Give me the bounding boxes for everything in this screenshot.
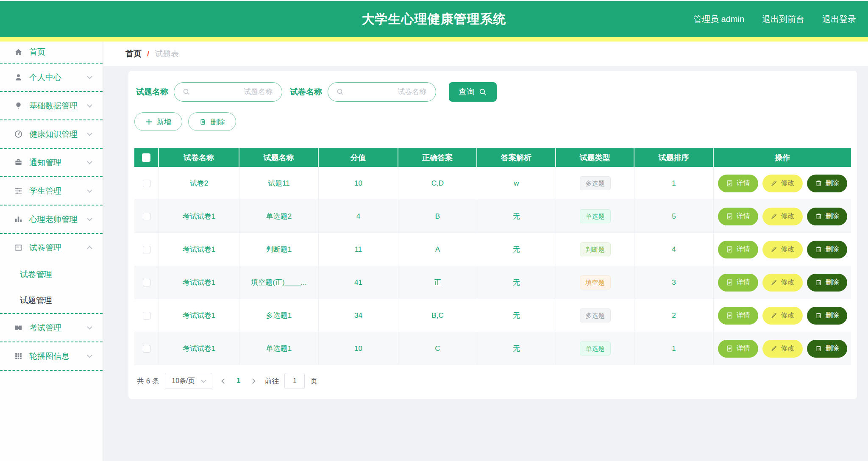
current-user: 管理员 admin: [693, 14, 744, 25]
accent-bar: [0, 37, 868, 42]
bulb-icon: [14, 101, 23, 111]
paper-name-label: 试卷名称: [290, 86, 322, 97]
logout-link[interactable]: 退出登录: [822, 14, 856, 25]
edit-button[interactable]: 修改: [762, 208, 803, 225]
edit-button[interactable]: 修改: [762, 307, 803, 325]
sidebar-group: 个人中心: [0, 64, 103, 92]
delete-row-button[interactable]: 删除: [807, 175, 847, 192]
delete-row-button[interactable]: 删除: [807, 241, 847, 258]
main-area: 首页 / 试题表 试题名称 试卷名称: [103, 42, 868, 461]
sidebar-group: 通知管理: [0, 149, 103, 177]
sidebar-item[interactable]: 学生管理: [0, 177, 103, 205]
select-all-checkbox[interactable]: [142, 153, 150, 162]
sidebar-group: 试卷管理试卷管理试题管理: [0, 234, 103, 314]
table-header: 试卷名称 试题名称 分值 正确答案 答案解析 试题类型 试题排序 操作: [134, 148, 851, 167]
chevron-down-icon: [87, 131, 92, 136]
sidebar-item[interactable]: 心理老师管理: [0, 206, 103, 233]
cell-score: 11: [319, 233, 398, 266]
cell-question-name: 单选题2: [239, 200, 319, 233]
column-header-answer: 正确答案: [398, 148, 477, 167]
delete-row-button[interactable]: 删除: [807, 340, 847, 358]
form-icon: [14, 243, 23, 253]
cell-score: 4: [319, 200, 398, 233]
row-checkbox[interactable]: [143, 246, 150, 253]
question-name-input[interactable]: [190, 87, 273, 97]
edit-button[interactable]: 修改: [762, 274, 803, 292]
column-header-actions: 操作: [714, 148, 851, 167]
chevron-down-icon: [87, 102, 92, 108]
goto-page-input[interactable]: [284, 373, 305, 389]
exit-to-front-link[interactable]: 退出到前台: [762, 14, 804, 25]
current-page[interactable]: 1: [236, 377, 241, 385]
bar-chart-icon: [14, 215, 23, 224]
document-icon: [726, 279, 733, 286]
delete-row-button[interactable]: 删除: [807, 274, 847, 292]
column-header-score: 分值: [319, 148, 398, 167]
cell-correct-answer: A: [398, 233, 477, 266]
question-type-badge: 多选题: [580, 308, 611, 322]
breadcrumb-separator: /: [147, 49, 149, 58]
detail-button[interactable]: 详情: [718, 241, 758, 258]
page-size-select[interactable]: 10条/页: [165, 373, 212, 389]
search-icon: [337, 88, 344, 96]
sidebar-item[interactable]: 首页: [0, 42, 103, 63]
sidebar-item[interactable]: 个人中心: [0, 64, 103, 91]
table-row: 考试试卷1填空题(正)____...41正无填空题3详情修改删除: [134, 266, 851, 299]
detail-button[interactable]: 详情: [718, 307, 758, 325]
row-checkbox[interactable]: [143, 279, 150, 286]
delete-button[interactable]: 删除: [188, 112, 236, 131]
detail-button[interactable]: 详情: [718, 340, 758, 358]
sidebar-subitem[interactable]: 试卷管理: [0, 261, 103, 287]
chevron-down-icon: [87, 74, 92, 79]
detail-button[interactable]: 详情: [718, 208, 758, 225]
chevron-left-icon: [221, 378, 227, 384]
sidebar-item[interactable]: 健康知识管理: [0, 120, 103, 148]
delete-row-button[interactable]: 删除: [807, 208, 847, 225]
pencil-icon: [771, 213, 778, 220]
briefcase-icon: [14, 158, 23, 167]
sidebar-item[interactable]: 通知管理: [0, 149, 103, 176]
paper-name-input[interactable]: [344, 87, 427, 97]
sidebar-item[interactable]: 轮播图信息: [0, 342, 103, 370]
sidebar-subitem[interactable]: 试题管理: [0, 287, 103, 313]
prev-page-button[interactable]: [218, 377, 230, 386]
cell-score: 34: [319, 299, 398, 332]
cell-question-name: 多选题1: [239, 299, 319, 332]
sliders-icon: [14, 186, 23, 196]
edit-button[interactable]: 修改: [762, 340, 803, 358]
next-page-button[interactable]: [247, 377, 259, 386]
cell-paper-name: 考试试卷1: [159, 200, 239, 233]
edit-button[interactable]: 修改: [762, 175, 803, 192]
table-row: 考试试卷1判断题111A无判断题4详情修改删除: [134, 233, 851, 266]
query-button[interactable]: 查询: [449, 82, 497, 102]
pencil-icon: [771, 312, 778, 319]
add-button[interactable]: 新增: [134, 112, 182, 131]
row-checkbox[interactable]: [143, 180, 150, 187]
detail-button[interactable]: 详情: [718, 274, 758, 292]
home-icon: [14, 47, 23, 57]
column-header-analysis: 答案解析: [477, 148, 556, 167]
sidebar-group: 学生管理: [0, 177, 103, 206]
delete-row-button[interactable]: 删除: [807, 307, 847, 325]
document-icon: [726, 312, 733, 319]
sidebar-item[interactable]: 考试管理: [0, 314, 103, 342]
cell-question-order: 5: [634, 200, 714, 233]
edit-button[interactable]: 修改: [762, 241, 803, 258]
question-type-badge: 判断题: [580, 242, 611, 256]
sidebar-item[interactable]: 试卷管理: [0, 234, 103, 261]
row-checkbox[interactable]: [143, 312, 150, 319]
row-checkbox[interactable]: [143, 345, 150, 353]
sidebar-item[interactable]: 基础数据管理: [0, 92, 103, 119]
detail-button[interactable]: 详情: [718, 175, 758, 192]
user-icon: [14, 73, 23, 82]
question-name-label: 试题名称: [136, 86, 168, 97]
document-icon: [726, 180, 733, 187]
table-row: 考试试卷1单选题24B无单选题5详情修改删除: [134, 200, 851, 233]
total-count: 共 6 条: [137, 376, 159, 386]
breadcrumb-home[interactable]: 首页: [125, 48, 142, 59]
cell-paper-name: 考试试卷1: [159, 299, 239, 332]
pagination: 共 6 条 10条/页 1 前往 页: [134, 373, 851, 389]
paper-name-input-wrap: [328, 82, 436, 102]
chevron-down-icon: [87, 216, 92, 221]
row-checkbox[interactable]: [143, 213, 150, 220]
